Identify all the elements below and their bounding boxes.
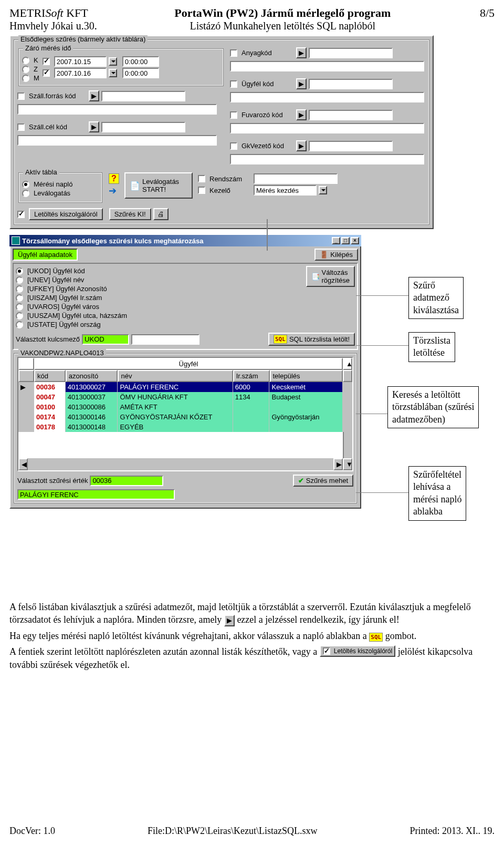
- szures-ki-button[interactable]: Szűrés KI!: [109, 208, 151, 220]
- chk-kezelo[interactable]: [198, 187, 205, 194]
- radio-6[interactable]: [16, 321, 23, 328]
- col-Ir.szám[interactable]: Ir.szám: [233, 370, 270, 382]
- chk-szallcel[interactable]: [17, 123, 25, 131]
- scroll-right[interactable]: ▶: [333, 458, 343, 470]
- radio-levalogatas[interactable]: [22, 190, 29, 197]
- group-time: Záró mérés idő: [23, 44, 73, 52]
- callout-szurofeltetel: Szűrőfeltétel lehívása a mérési napló ab…: [408, 466, 466, 521]
- date2-input[interactable]: 2007.10.16: [54, 68, 107, 78]
- callout-torzslista-letoltese: Törzslista letöltése: [408, 332, 455, 362]
- chk-rendszam[interactable]: [198, 175, 205, 182]
- scroll-down[interactable]: ▼: [343, 458, 352, 470]
- torzs-dialog: Törzsállomány elsődleges szürési kulcs m…: [9, 235, 361, 509]
- gkvezeto-input[interactable]: [309, 141, 393, 151]
- col-település[interactable]: település: [270, 370, 343, 382]
- maximize-button[interactable]: □: [341, 237, 350, 244]
- szallforras-input[interactable]: [101, 91, 185, 101]
- torzs-table: Ügyfél ▲ kódazonosítónévIr.számtelepülés…: [17, 357, 353, 471]
- page-header: METRISoft KFT Hmvhely Jókai u.30. PortaW…: [9, 6, 495, 32]
- print-icon[interactable]: 🖨: [153, 208, 169, 220]
- col-kód[interactable]: kód: [34, 370, 66, 382]
- lookup-szallforras[interactable]: ▶: [89, 90, 99, 101]
- letoltes-kiszolgalorol-button[interactable]: Letöltés kiszolgálóról: [29, 208, 103, 220]
- chk-letoltes-kiszolgalorol[interactable]: [17, 211, 25, 218]
- minimize-button[interactable]: _: [332, 237, 340, 244]
- inline-letoltes-label: Letöltés kiszolgálóról: [320, 645, 395, 657]
- arrow-icon: ➔: [109, 185, 119, 197]
- radio-5[interactable]: [16, 312, 23, 320]
- levalogatas-start-button[interactable]: 📄 Leválogatás START!: [124, 172, 193, 199]
- vscrollbar[interactable]: [343, 432, 352, 458]
- lookup-anyagkod[interactable]: ▶: [296, 47, 307, 58]
- time2-input[interactable]: 0:00:00: [122, 68, 159, 78]
- table-row[interactable]: 000474013000037ÖMV HUNGÁRIA KFT1134Budap…: [18, 392, 352, 402]
- radio-k[interactable]: [22, 57, 29, 64]
- col-név[interactable]: név: [118, 370, 233, 382]
- table-header-ugyfel: Ügyfél: [34, 358, 343, 370]
- lookup-gkvezeto[interactable]: ▶: [296, 140, 307, 151]
- chk-gkvezeto[interactable]: [230, 142, 237, 150]
- lookup-ugyfelkod[interactable]: ▶: [296, 78, 307, 89]
- chk-fuvarozo[interactable]: [230, 111, 237, 119]
- scroll-left[interactable]: ◀: [18, 458, 28, 470]
- time1-input[interactable]: 0:00:00: [122, 56, 159, 67]
- radio-1[interactable]: [16, 276, 23, 284]
- szallforras-display: [17, 104, 217, 115]
- kulcs-extra-input[interactable]: [131, 334, 200, 345]
- lookup-fuvarozo[interactable]: ▶: [296, 109, 307, 120]
- valasztott-ertek-value: 00036: [90, 476, 163, 486]
- dialog-title: Törzsállomány elsődleges szürési kulcs m…: [22, 237, 203, 245]
- gkvezeto-display: [230, 154, 424, 164]
- tab-ugyfel-alapadatok[interactable]: Ügyfél alapadatok: [13, 249, 78, 261]
- kilepes-button[interactable]: 🚪 Kilépés: [314, 249, 358, 261]
- group-db-table: VAKONDPW2.NAPLO4013: [18, 349, 106, 357]
- valasztott-kulcs-value: UKOD: [82, 334, 129, 345]
- fuvarozo-input[interactable]: [309, 110, 393, 120]
- close-button[interactable]: ×: [351, 237, 359, 244]
- radio-2[interactable]: [16, 285, 23, 293]
- chk-ugyfelkod[interactable]: [230, 80, 237, 88]
- date1-dropdown[interactable]: [109, 57, 117, 66]
- body-text: A felső listában kiválasztjuk a szűrési …: [9, 597, 495, 674]
- table-row[interactable]: 001784013000148EGYÉB: [18, 422, 352, 432]
- doc-title: PortaWin (PW2) Jármű mérlegelő program: [97, 6, 468, 20]
- save-icon: 📑: [311, 273, 320, 281]
- chk-anyagkod[interactable]: [230, 49, 237, 57]
- chk-szallforras[interactable]: [17, 92, 25, 100]
- radio-3[interactable]: [16, 294, 23, 302]
- date2-dropdown[interactable]: [109, 69, 117, 77]
- sql-torzslista-button[interactable]: SQL SQL törzslista letölt!: [268, 333, 355, 346]
- callout-szuro-adatmezo: Szűrő adatmező kiválasztása: [408, 277, 464, 319]
- table-row[interactable]: ▶000364013000027PALÁGYI FERENC6000Kecske…: [18, 382, 352, 392]
- ugyfelkod-input[interactable]: [309, 79, 393, 89]
- group-primary-filter: Elsődleges szűrés (bármely aktív táblára…: [18, 35, 148, 43]
- check-icon: ✔: [298, 477, 304, 485]
- szures-mehet-button[interactable]: ✔ Szűrés mehet: [293, 475, 353, 487]
- filter-panel: Elsődleges szűrés (bármely aktív táblára…: [9, 35, 434, 229]
- lookup-szallcel[interactable]: ▶: [89, 121, 99, 132]
- radio-meresi-naplo[interactable]: [22, 181, 29, 188]
- scroll-up[interactable]: ▲: [343, 358, 352, 370]
- selected-name-display: PALÁGYI FERENC: [17, 489, 175, 500]
- chk-date1[interactable]: [43, 58, 50, 65]
- table-row[interactable]: 001744013000146GYÖNGYÖSTARJÁNI KŐZETGyön…: [18, 412, 352, 422]
- table-row[interactable]: 001004013000086AMÉTA KFT: [18, 402, 352, 412]
- chk-date2[interactable]: [43, 69, 50, 77]
- help-icon[interactable]: ?: [109, 173, 119, 184]
- company-address: Hmvhely Jókai u.30.: [9, 20, 97, 32]
- rendszam-input[interactable]: [254, 173, 338, 184]
- radio-0[interactable]: [16, 267, 23, 275]
- sql-icon: SQL: [274, 335, 287, 344]
- date1-input[interactable]: 2007.10.15: [54, 56, 107, 67]
- valtozas-rogzitese-button[interactable]: 📑 Változás rögzítése: [306, 266, 355, 287]
- page-number: 8/5: [468, 6, 495, 32]
- kezelo-dropdown[interactable]: [319, 186, 327, 194]
- szallcel-input[interactable]: [101, 122, 185, 132]
- anyagkod-input[interactable]: [309, 48, 393, 58]
- radio-z[interactable]: [22, 66, 29, 73]
- exit-icon: 🚪: [320, 251, 328, 259]
- radio-m[interactable]: [22, 75, 29, 82]
- radio-4[interactable]: [16, 303, 23, 311]
- col-azonosító[interactable]: azonosító: [66, 370, 118, 382]
- kezelo-combo[interactable]: Mérés kezdés: [254, 185, 317, 195]
